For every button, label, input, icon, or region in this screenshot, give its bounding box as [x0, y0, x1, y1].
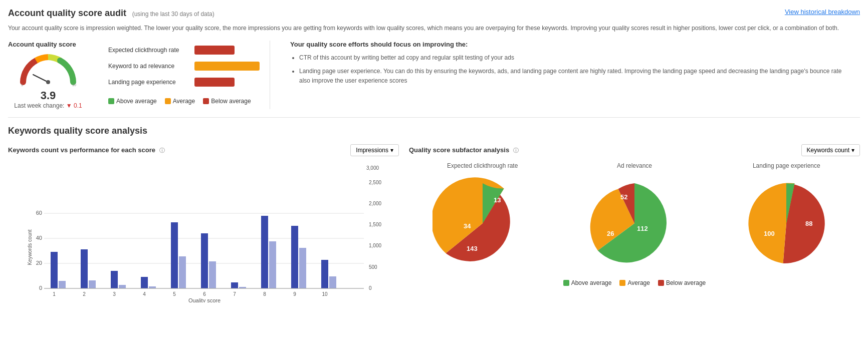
pie-ctr-svg: 143 34 13 [432, 173, 533, 273]
view-historical-link[interactable]: View historical breakdown [785, 8, 860, 16]
svg-text:20: 20 [36, 260, 42, 266]
svg-text:6: 6 [203, 291, 206, 297]
metric-label-ctr: Expected clickthrough rate [108, 47, 188, 54]
bar-score4-count [141, 277, 148, 288]
legend-row: Above average Average Below average [108, 98, 260, 105]
keywords-section-title: Keywords quality score analysis [8, 126, 860, 136]
svg-text:4: 4 [143, 291, 146, 297]
metric-bar-ctr [194, 46, 235, 55]
pie-lp-avg-label: 88 [805, 220, 812, 227]
bar-chart-header: Keywords count vs performance for each s… [8, 144, 399, 156]
pie-legend-below: Below average [658, 279, 706, 286]
pie-legend: Above average Average Below average [409, 279, 860, 286]
svg-text:1,500: 1,500 [369, 222, 381, 227]
svg-text:0: 0 [39, 285, 42, 291]
metric-bar-lp [194, 78, 235, 87]
pie-ctr-avg-label: 34 [464, 222, 471, 230]
pie-relevance: Ad relevance 112 [584, 162, 685, 273]
bar-score9-imp [299, 248, 306, 288]
svg-text:500: 500 [369, 264, 377, 270]
pie-ctr: Expected clickthrough rate 143 34 [432, 162, 533, 273]
pie-ctr-label: Expected clickthrough rate [447, 162, 518, 169]
svg-text:40: 40 [36, 235, 42, 241]
description-text: Your account quality score is impression… [8, 24, 860, 33]
impressions-dropdown-label: Impressions [356, 147, 388, 154]
metrics-card: Expected clickthrough rate Keyword to ad… [98, 41, 270, 109]
gauge-change-label: Last week change: [14, 102, 64, 109]
pie-rel-avg-label: 26 [607, 230, 614, 237]
legend-dot-below [203, 98, 209, 104]
bar-score7-count [231, 282, 238, 288]
bar-score8-imp [269, 241, 276, 288]
pie-legend-above-label: Above average [571, 279, 612, 286]
metric-label-lp: Landing page experience [108, 79, 188, 86]
impressions-dropdown-icon: ▾ [390, 147, 393, 154]
keywords-count-dropdown[interactable]: Keywords count ▾ [801, 144, 860, 156]
svg-text:9: 9 [293, 291, 296, 297]
pie-chart-section: Quality score subfactor analysis ⓘ Keywo… [409, 144, 860, 304]
svg-text:1,000: 1,000 [369, 243, 381, 248]
svg-text:3: 3 [113, 291, 116, 297]
bar-score3-count [111, 271, 118, 288]
legend-label-below: Below average [211, 98, 251, 105]
bar-chart-svg: 0 20 40 60 0 500 1,000 1,500 2,000 2,500… [8, 162, 399, 302]
svg-text:2: 2 [83, 291, 86, 297]
pie-legend-average: Average [619, 279, 649, 286]
pie-lp: Landing page experience 100 88 [736, 162, 836, 273]
keywords-count-dropdown-label: Keywords count [807, 147, 849, 154]
gauge-title: Account quality score [8, 41, 76, 48]
pie-ctr-above-label: 13 [494, 196, 501, 204]
bar-score2-count [81, 249, 88, 288]
legend-dot-above [108, 98, 114, 104]
svg-text:1: 1 [21, 83, 23, 87]
gauge-container: 1 10 [18, 52, 78, 87]
pie-legend-avg-label: Average [627, 279, 649, 286]
pie-relevance-svg: 112 26 52 [584, 173, 685, 273]
svg-text:Keywords count: Keywords count [27, 229, 33, 265]
bar-chart-title: Keywords count vs performance for each s… [8, 146, 155, 154]
pie-legend-dot-above [563, 280, 569, 286]
bar-score1-imp [59, 281, 66, 288]
legend-above-avg: Above average [108, 98, 157, 105]
bar-score10-count [321, 260, 328, 288]
pie-chart-header: Quality score subfactor analysis ⓘ Keywo… [409, 144, 860, 156]
legend-average: Average [165, 98, 195, 105]
pie-legend-below-label: Below average [666, 279, 706, 286]
gauge-change: Last week change: ▼ 0.1 [14, 102, 82, 109]
focus-title: Your quality score efforts should focus … [290, 41, 850, 48]
svg-text:10: 10 [322, 291, 328, 297]
focus-card: Your quality score efforts should focus … [280, 41, 860, 109]
focus-item-1: CTR of this account by writing better ad… [299, 53, 850, 63]
svg-text:Quality score: Quality score [188, 297, 221, 302]
focus-list: CTR of this account by writing better ad… [290, 53, 850, 86]
pie-legend-above: Above average [563, 279, 612, 286]
impressions-dropdown[interactable]: Impressions ▾ [350, 144, 399, 156]
svg-text:8: 8 [263, 291, 266, 297]
keywords-count-dropdown-icon: ▾ [851, 147, 854, 154]
legend-below-avg: Below average [203, 98, 251, 105]
legend-label-avg: Average [173, 98, 195, 105]
gauge-card: Account quality score 1 10 3.9 [8, 41, 88, 109]
bar-chart-title-wrap: Keywords count vs performance for each s… [8, 146, 165, 154]
bar-chart-section: Keywords count vs performance for each s… [8, 144, 399, 304]
legend-label-above: Above average [116, 98, 157, 105]
svg-point-1 [46, 80, 50, 84]
pie-legend-dot-avg [619, 280, 625, 286]
pie-relevance-label: Ad relevance [617, 162, 652, 169]
bar-score5-imp [179, 256, 186, 288]
bar-score3-imp [119, 285, 126, 288]
focus-item-2: Landing page user experience. You can do… [299, 67, 850, 86]
bar-score5-count [171, 222, 178, 288]
metric-row-ctr: Expected clickthrough rate [108, 46, 260, 55]
pie-lp-svg: 100 88 [736, 173, 836, 273]
svg-text:2,500: 2,500 [369, 180, 381, 185]
bar-score1-count [51, 252, 58, 288]
svg-line-0 [33, 75, 48, 82]
metric-bar-relevance [194, 62, 260, 71]
svg-text:3,000: 3,000 [366, 165, 379, 171]
pie-legend-dot-below [658, 280, 664, 286]
gauge-value: 3.9 [41, 89, 56, 102]
svg-text:7: 7 [233, 291, 236, 297]
pie-rel-below-label: 52 [620, 193, 627, 201]
top-section: Account quality score 1 10 3.9 [8, 41, 860, 118]
